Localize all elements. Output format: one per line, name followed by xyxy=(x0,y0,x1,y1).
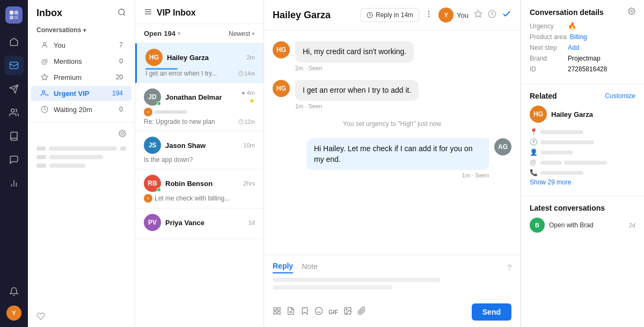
sidebar-item-waiting[interactable]: Waiting 20m 0 xyxy=(31,102,131,117)
search-icon[interactable] xyxy=(118,8,126,19)
latest-conv-title: Latest conversations xyxy=(530,204,635,212)
sidebar-item-you[interactable]: You 7 xyxy=(31,38,131,53)
show-more-link[interactable]: Show 29 more xyxy=(530,176,635,188)
related-person: HG Hailey Garza xyxy=(530,106,635,123)
reply-time-button[interactable]: Reply in 14m xyxy=(361,8,419,22)
reply-placeholder-2 xyxy=(273,285,392,289)
attachment-icon[interactable] xyxy=(357,307,366,317)
conv-assignee-avatar: Y xyxy=(144,108,152,116)
help-icon[interactable]: ? xyxy=(507,263,511,272)
conv-assignee-row: Y xyxy=(144,108,255,116)
app-logo[interactable] xyxy=(5,6,23,24)
conversation-item-robin[interactable]: RB Robin Benson 2hrs Y Let me check with… xyxy=(135,169,264,209)
image-icon[interactable] xyxy=(343,307,352,317)
conversations-label[interactable]: Conversations ▾ xyxy=(28,24,135,37)
send-button[interactable]: Send xyxy=(472,303,511,321)
nav-icon-campaigns[interactable] xyxy=(4,79,24,99)
conv-avatar-robin: RB xyxy=(144,175,161,192)
tab-note[interactable]: Note xyxy=(302,262,318,273)
sidebar-item-premium[interactable]: Premium 20 xyxy=(31,70,131,85)
online-indicator xyxy=(157,101,161,106)
conv-info-jonathan: Jonathan Delmar xyxy=(165,92,237,102)
conv-time-robin: 2hrs xyxy=(244,180,255,187)
premium-icon xyxy=(40,72,49,82)
latest-conv-item-brad[interactable]: B Open with Brad 2d xyxy=(530,218,635,233)
next-step-value[interactable]: Add xyxy=(568,44,579,51)
text-format-icon[interactable] xyxy=(287,307,295,317)
online-indicator-robin xyxy=(157,188,161,192)
gif-icon[interactable]: GIF xyxy=(328,309,338,315)
message-content-1: Hi, my credit card isn't working. 2m · S… xyxy=(295,41,414,71)
email-icon: @ xyxy=(530,159,537,166)
clock-icon[interactable] xyxy=(488,10,496,20)
related-title: Related xyxy=(530,92,557,100)
related-section: Related Customize HG Hailey Garza 📍 🕐 👤 … xyxy=(521,84,644,196)
svg-rect-0 xyxy=(10,11,13,14)
nav-icon-inbox[interactable] xyxy=(4,56,24,75)
chat-area: Hailey Garza Reply in 14m Y You xyxy=(264,0,521,327)
message-avatar-hailey: HG xyxy=(273,41,290,58)
conv-assignee-bar xyxy=(155,110,187,114)
manage-icon[interactable] xyxy=(119,130,126,139)
urgency-label: Urgency xyxy=(530,23,565,30)
svg-rect-2 xyxy=(10,16,13,19)
message-avatar-agent: AG xyxy=(494,138,511,155)
chevron-down-icon: ▾ xyxy=(83,27,86,33)
sidebar-item-urgent-vip[interactable]: Urgent VIP 194 xyxy=(31,86,131,101)
sidebar-bottom-heart[interactable] xyxy=(28,306,135,327)
sidebar-item-you-label: You xyxy=(54,41,119,49)
phone-icon: 📞 xyxy=(530,169,537,176)
nav-icon-chat[interactable] xyxy=(4,150,24,169)
conversation-item-hailey[interactable]: HG Hailey Garza 2m I get an error when I… xyxy=(135,43,264,83)
person-icon: 👤 xyxy=(530,148,537,156)
reply-tabs: Reply Note ? xyxy=(273,262,511,273)
tab-reply[interactable]: Reply xyxy=(273,262,293,273)
resolve-icon[interactable] xyxy=(502,9,511,21)
nav-icon-contacts[interactable] xyxy=(4,103,24,122)
details-section-header: Conversation details xyxy=(530,8,635,17)
message-bubble-2: I get an error when I try to add it. xyxy=(295,80,419,101)
nav-icon-home[interactable] xyxy=(4,32,24,51)
conv-preview-jonathan: Re: Upgrade to new plan 12m xyxy=(144,118,255,125)
left-nav: Y xyxy=(0,0,28,327)
open-chevron-icon: ▾ xyxy=(178,31,180,36)
brand-value: Projectmap xyxy=(568,55,601,62)
open-filter[interactable]: Open 194 ▾ xyxy=(144,29,180,38)
star-icon[interactable] xyxy=(474,10,482,20)
product-area-value[interactable]: Billing xyxy=(570,33,587,41)
nav-user-avatar[interactable]: Y xyxy=(6,306,21,321)
conversation-item-jonathan[interactable]: JD Jonathan Delmar ● 4m ★ Y Re: Upgrade … xyxy=(135,83,264,131)
sidebar-item-urgent-vip-count: 194 xyxy=(112,90,123,97)
sidebar-item-premium-count: 20 xyxy=(116,73,123,81)
svg-marker-26 xyxy=(474,10,481,17)
bookmark-icon[interactable] xyxy=(301,307,309,317)
conv-robin-assignee: Y xyxy=(144,194,152,203)
next-step-row: Next step Add xyxy=(530,44,635,51)
svg-rect-29 xyxy=(277,308,280,310)
more-options-icon[interactable] xyxy=(425,10,433,20)
newest-filter[interactable]: Newest ▾ xyxy=(229,30,255,38)
apps-icon[interactable] xyxy=(273,307,281,317)
conversation-item-priya[interactable]: PV Priya Vance 1d xyxy=(135,209,264,239)
message-bubble-1: Hi, my credit card isn't working. xyxy=(295,41,414,63)
menu-icon[interactable] xyxy=(144,8,152,18)
conv-info-hailey: Hailey Garza xyxy=(167,53,243,62)
related-details: 📍 🕐 👤 @ 📞 xyxy=(530,128,635,176)
nav-icon-notifications[interactable] xyxy=(4,282,24,301)
svg-rect-30 xyxy=(274,311,276,314)
svg-point-39 xyxy=(631,10,633,12)
nav-icon-reports[interactable] xyxy=(4,174,24,193)
svg-rect-3 xyxy=(14,16,18,19)
emoji-icon[interactable] xyxy=(314,307,323,317)
details-gear-icon[interactable] xyxy=(628,8,635,17)
customize-link[interactable]: Customize xyxy=(605,92,635,100)
related-detail-person: 👤 xyxy=(530,148,635,156)
related-avatar: HG xyxy=(530,106,547,123)
conversation-item-jason[interactable]: JS Jason Shaw 10m Is the app down? xyxy=(135,131,264,169)
urgent-vip-icon xyxy=(40,88,49,98)
nav-icon-knowledge[interactable] xyxy=(4,127,24,146)
mentions-icon: @ xyxy=(40,56,49,66)
sidebar-item-mentions[interactable]: @ Mentions 0 xyxy=(31,54,131,69)
svg-point-24 xyxy=(428,13,429,14)
assigned-user-label: You xyxy=(457,11,469,19)
